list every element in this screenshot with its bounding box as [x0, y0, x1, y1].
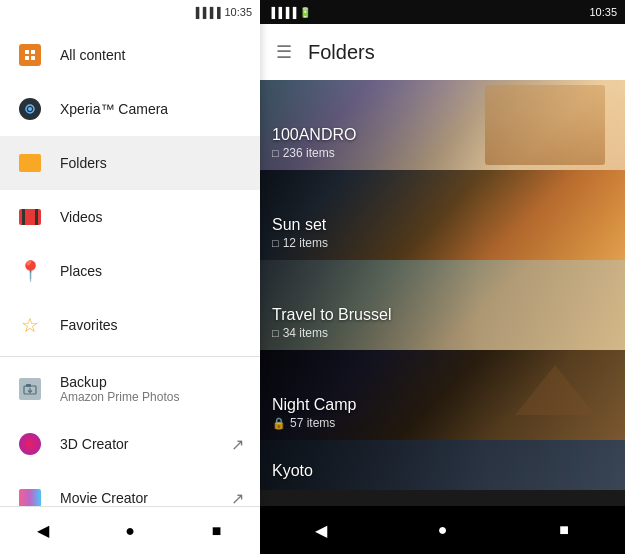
folder-count-icon: □ — [272, 327, 279, 339]
sidebar-item-label: All content — [60, 47, 244, 63]
external-link-icon: ↗ — [231, 435, 244, 454]
sidebar-item-favorites[interactable]: ☆ Favorites — [0, 298, 260, 352]
sidebar-item-xperia-camera[interactable]: Xperia™ Camera — [0, 82, 260, 136]
folder-name: Night Camp — [272, 396, 356, 414]
places-icon: 📍 — [16, 257, 44, 285]
svg-rect-1 — [31, 50, 35, 54]
home-button[interactable]: ● — [426, 514, 458, 546]
folders-list: 100ANDRO □ 236 items Sun set □ 12 items — [260, 80, 625, 506]
left-panel: ▐▐▐▐ 10:35 All content Xperia™ Camera — [0, 0, 260, 554]
folder-count-row: □ 34 items — [272, 326, 391, 340]
all-content-icon — [16, 41, 44, 69]
videos-icon — [16, 203, 44, 231]
sidebar-item-folders[interactable]: Folders — [0, 136, 260, 190]
bottom-nav-left: ◀ ● ■ — [0, 506, 260, 554]
sidebar-item-label: Folders — [60, 155, 244, 171]
status-bar-left: ▐▐▐▐ 10:35 — [0, 0, 260, 24]
nav-list: All content Xperia™ Camera Folders Video… — [0, 24, 260, 506]
folder-info: Travel to Brussel □ 34 items — [272, 306, 391, 340]
divider — [0, 356, 260, 357]
home-button[interactable]: ● — [114, 515, 146, 547]
svg-point-5 — [28, 107, 32, 111]
back-button[interactable]: ◀ — [305, 514, 337, 546]
folder-count-row: 🔒 57 items — [272, 416, 356, 430]
back-button[interactable]: ◀ — [27, 515, 59, 547]
status-bar-right: ▐▐▐▐ 🔋 10:35 — [260, 0, 625, 24]
svg-rect-7 — [26, 384, 31, 387]
folder-item[interactable]: Travel to Brussel □ 34 items — [260, 260, 625, 350]
folder-name: Kyoto — [272, 462, 313, 480]
folder-count: 57 items — [290, 416, 335, 430]
folder-count: 12 items — [283, 236, 328, 250]
sidebar-item-all-content[interactable]: All content — [0, 28, 260, 82]
folder-count-icon: □ — [272, 237, 279, 249]
folders-icon — [16, 149, 44, 177]
backup-item-text: Backup Amazon Prime Photos — [60, 374, 179, 404]
signal-icon-right: ▐▐▐▐ 🔋 — [268, 7, 311, 18]
folder-info: Sun set □ 12 items — [272, 216, 328, 250]
backup-icon — [16, 375, 44, 403]
lock-icon: 🔒 — [272, 417, 286, 430]
svg-rect-0 — [25, 50, 29, 54]
movie-creator-icon — [16, 484, 44, 506]
folder-item[interactable]: 100ANDRO □ 236 items — [260, 80, 625, 170]
sidebar-item-label: Favorites — [60, 317, 244, 333]
sidebar-item-label: Videos — [60, 209, 244, 225]
time-left: 10:35 — [224, 6, 252, 18]
backup-sublabel: Amazon Prime Photos — [60, 390, 179, 404]
folder-name: Travel to Brussel — [272, 306, 391, 324]
folder-item[interactable]: Night Camp 🔒 57 items — [260, 350, 625, 440]
folder-info: 100ANDRO □ 236 items — [272, 126, 356, 160]
sidebar-item-label: Xperia™ Camera — [60, 101, 244, 117]
sidebar-item-label: Backup — [60, 374, 179, 390]
folder-item[interactable]: Sun set □ 12 items — [260, 170, 625, 260]
sidebar-item-3d-creator[interactable]: 3D Creator ↗ — [0, 417, 260, 471]
folder-count-row: □ 236 items — [272, 146, 356, 160]
signal-icon-left: ▐▐▐▐ — [192, 7, 220, 18]
hamburger-menu-button[interactable]: ☰ — [276, 41, 292, 63]
folder-name: Sun set — [272, 216, 328, 234]
folder-name: 100ANDRO — [272, 126, 356, 144]
folder-count-row: □ 12 items — [272, 236, 328, 250]
sidebar-item-movie-creator[interactable]: Movie Creator ↗ — [0, 471, 260, 506]
folder-info: Night Camp 🔒 57 items — [272, 396, 356, 430]
sidebar-item-videos[interactable]: Videos — [0, 190, 260, 244]
folder-count-icon: □ — [272, 147, 279, 159]
recent-button[interactable]: ■ — [548, 514, 580, 546]
sidebar-item-label: Places — [60, 263, 244, 279]
page-title: Folders — [308, 41, 375, 64]
sidebar-item-label: 3D Creator — [60, 436, 231, 452]
sidebar-item-label: Movie Creator — [60, 490, 231, 506]
toolbar: ☰ Folders — [260, 24, 625, 80]
right-panel: ▐▐▐▐ 🔋 10:35 ☰ Folders 100ANDRO □ 236 it… — [260, 0, 625, 554]
sidebar-item-places[interactable]: 📍 Places — [0, 244, 260, 298]
3d-creator-icon — [16, 430, 44, 458]
folder-count: 236 items — [283, 146, 335, 160]
folder-count: 34 items — [283, 326, 328, 340]
folder-overlay — [260, 440, 625, 490]
svg-rect-2 — [25, 56, 29, 60]
camera-icon — [16, 95, 44, 123]
time-right: 10:35 — [589, 6, 617, 18]
bottom-nav-right: ◀ ● ■ — [260, 506, 625, 554]
external-link-icon: ↗ — [231, 489, 244, 507]
sidebar-item-backup[interactable]: Backup Amazon Prime Photos — [0, 361, 260, 417]
recent-button[interactable]: ■ — [201, 515, 233, 547]
svg-rect-3 — [31, 56, 35, 60]
folder-item[interactable]: Kyoto — [260, 440, 625, 490]
favorites-icon: ☆ — [16, 311, 44, 339]
folder-info: Kyoto — [272, 462, 313, 480]
